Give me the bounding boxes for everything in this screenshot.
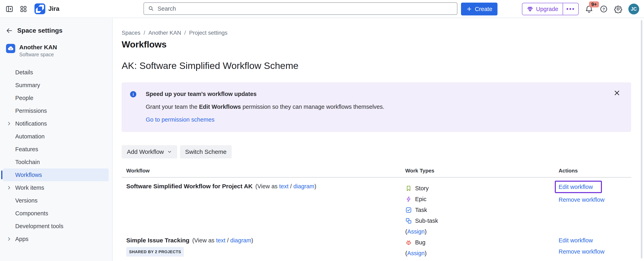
view-as-text-link[interactable]: text [216,237,226,244]
help-button[interactable]: ? [600,5,608,13]
bug-icon [405,239,412,246]
sidebar-item-development-tools[interactable]: Development tools [3,220,109,233]
column-header-actions: Actions [558,168,631,174]
workflows-page: Spaces / Another KAN / Project settings … [113,18,644,261]
top-navigation-bar: Jira Create [0,0,644,18]
jira-logo-icon [34,3,45,14]
sidebar-menu: Details Summary People Permissions Notif… [0,66,112,245]
scheme-title: AK: Software Simplified Workflow Scheme [122,60,631,71]
sidebar-item-summary[interactable]: Summary [3,79,109,92]
story-icon [405,185,412,192]
workflow-name: Simple Issue Tracking [126,237,190,244]
breadcrumb-space[interactable]: Another KAN [148,30,181,36]
space-type: Software space [19,52,57,57]
sidebar-item-workflows[interactable]: Workflows [3,168,109,181]
switch-scheme-button[interactable]: Switch Scheme [180,145,232,158]
breadcrumb-project-settings[interactable]: Project settings [189,30,227,36]
app-switcher-button[interactable] [19,5,28,13]
work-types-cell: Story Epic Task [405,183,558,237]
sidebar-item-versions[interactable]: Versions [3,194,109,207]
view-as-text-link[interactable]: text [279,183,289,190]
actions-cell: Edit workflow Remove workflow [558,237,631,259]
sidebar-item-permissions[interactable]: Permissions [3,104,109,117]
search-input[interactable] [157,5,453,12]
edit-workflow-link[interactable]: Edit workflow [558,184,593,190]
task-icon [405,207,412,213]
column-header-workflow: Workflow [122,168,405,174]
work-type-item: Sub-task [405,215,558,226]
go-to-permission-schemes-link[interactable]: Go to permission schemes [146,116,214,123]
assign-link[interactable]: Assign [407,250,425,257]
sidebar-item-toolchain[interactable]: Toolchain [3,156,109,168]
topbar-right-cluster: Upgrade ••• 9+ ? [522,0,639,18]
breadcrumb: Spaces / Another KAN / Project settings [122,30,631,36]
sidebar-collapse-button[interactable] [5,5,14,13]
back-button[interactable] [6,27,13,34]
close-icon [613,89,621,97]
epic-icon [405,196,412,203]
notifications-button[interactable]: 9+ [585,4,594,13]
banner-body: Grant your team the Edit Workflows permi… [146,104,384,110]
upgrade-more-button[interactable]: ••• [563,3,578,15]
settings-button[interactable] [614,5,622,13]
space-avatar-icon [6,44,15,53]
sidebar-item-people[interactable]: People [3,92,109,104]
edit-workflow-link[interactable]: Edit workflow [558,237,631,244]
app-name: Jira [48,5,59,12]
svg-text:?: ? [602,7,605,11]
panel-left-collapse-icon [6,5,14,13]
subtask-icon [405,218,412,224]
sidebar-item-details[interactable]: Details [3,66,109,79]
info-icon: i [130,91,136,97]
create-button[interactable]: Create [461,2,498,15]
remove-workflow-link[interactable]: Remove workflow [558,248,631,255]
upgrade-button-label: Upgrade [536,6,558,12]
question-mark-icon: ? [600,5,608,13]
premium-gem-icon [527,6,533,12]
user-avatar[interactable]: JC [628,3,639,14]
workflow-name-cell: Simple Issue Tracking(View as text / dia… [122,237,405,259]
sidebar-item-work-items[interactable]: Work items [3,181,109,194]
sidebar-item-notifications[interactable]: Notifications [3,117,109,130]
sidebar-item-components[interactable]: Components [3,207,109,220]
sidebar-item-apps[interactable]: Apps [3,233,109,245]
app-grid-icon [20,5,27,13]
column-header-work-types: Work Types [405,168,558,174]
banner-close-button[interactable] [613,89,621,97]
space-name: Another KAN [19,44,57,50]
avatar-initials: JC [631,6,636,12]
space-settings-sidebar: Space settings Another KAN Software spac… [0,18,113,261]
chevron-right-icon [6,185,12,190]
assign-link[interactable]: Assign [407,228,425,235]
work-type-item: Story [405,183,558,194]
global-search[interactable] [144,2,458,15]
assign-line: (Assign) [405,226,558,237]
assign-line: (Assign) [405,248,558,259]
table-row: Simple Issue Tracking(View as text / dia… [122,237,631,261]
banner-title: Speed up your team's workflow updates [146,91,256,97]
arrow-left-icon [6,27,13,34]
work-type-item: Epic [405,194,558,205]
view-as-diagram-link[interactable]: diagram [230,237,251,244]
sidebar-title: Space settings [17,27,62,34]
gear-icon [614,5,622,13]
view-as-diagram-link[interactable]: diagram [294,183,314,190]
actions-cell: Edit workflow Remove workflow [558,183,631,237]
chevron-right-icon [6,236,12,242]
upgrade-split-button: Upgrade ••• [522,3,579,15]
space-summary: Another KAN Software space [0,34,112,57]
upgrade-button[interactable]: Upgrade [522,3,563,15]
remove-workflow-link[interactable]: Remove workflow [558,196,631,203]
workflow-name-cell: Software Simplified Workflow for Project… [122,183,405,237]
jira-home-link[interactable]: Jira [34,3,59,14]
create-button-label: Create [475,6,492,12]
work-type-item: Task [405,205,558,215]
plus-icon [466,6,472,12]
table-row: Software Simplified Workflow for Project… [122,178,631,237]
breadcrumb-spaces[interactable]: Spaces [122,30,140,36]
sidebar-item-automation[interactable]: Automation [3,130,109,143]
sidebar-item-features[interactable]: Features [3,143,109,156]
page-scrollbar[interactable] [641,20,642,259]
add-workflow-button[interactable]: Add Workflow [122,145,177,158]
table-header-row: Workflow Work Types Actions [122,168,631,178]
